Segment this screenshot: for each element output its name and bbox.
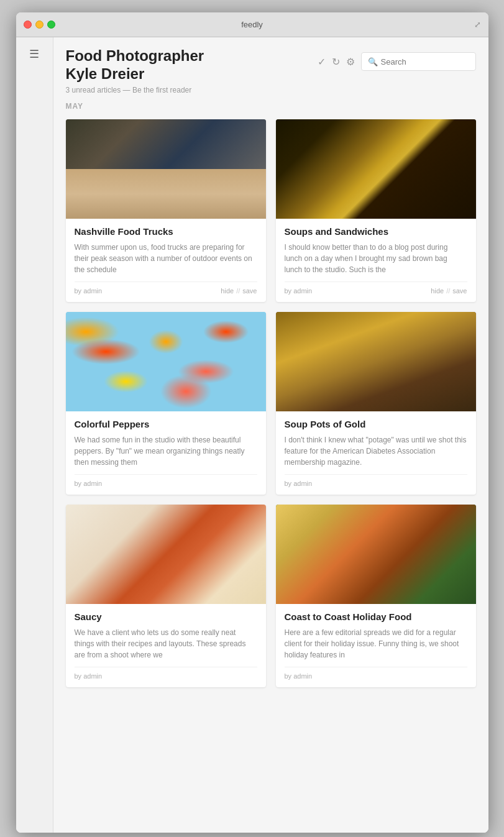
article-excerpt: We had some fun in the studio with these… bbox=[75, 434, 257, 468]
article-image-peppers bbox=[66, 312, 266, 411]
article-body: Colorful Peppers We had some fun in the … bbox=[66, 411, 266, 495]
search-input[interactable] bbox=[381, 57, 469, 66]
check-icon[interactable]: ✓ bbox=[318, 56, 326, 68]
article-image-saucy bbox=[66, 505, 266, 604]
save-button[interactable]: save bbox=[242, 287, 257, 295]
page-subtitle: 3 unread articles — Be the first reader bbox=[66, 86, 318, 94]
expand-icon[interactable]: ⤢ bbox=[474, 20, 481, 29]
title-area: Food Photographer Kyle Dreier 3 unread a… bbox=[66, 47, 318, 94]
article-image-soups bbox=[276, 119, 476, 219]
article-author: by admin bbox=[285, 287, 313, 295]
gear-icon[interactable]: ⚙ bbox=[346, 56, 355, 68]
articles-grid: Nashville Food Trucks With summer upon u… bbox=[66, 119, 476, 687]
article-excerpt: We have a client who lets us do some rea… bbox=[75, 627, 257, 661]
article-footer: by admin hide // save bbox=[285, 281, 467, 295]
search-bar[interactable]: 🔍 bbox=[361, 52, 476, 71]
app-window: feedly ⤢ ☰ Food Photographer Kyle Dreier… bbox=[16, 12, 488, 833]
article-title: Colorful Peppers bbox=[75, 419, 257, 429]
section-month: MAY bbox=[66, 102, 476, 111]
article-body: Soup Pots of Gold I don't think I knew w… bbox=[276, 411, 476, 495]
menu-icon[interactable]: ☰ bbox=[29, 47, 39, 61]
titlebar: feedly ⤢ bbox=[16, 12, 488, 37]
article-footer: by admin bbox=[75, 474, 257, 487]
article-footer: by admin hide // save bbox=[75, 281, 257, 295]
article-excerpt: Here are a few editorial spreads we did … bbox=[285, 627, 467, 661]
article-actions: hide // save bbox=[221, 287, 257, 295]
article-image-coast bbox=[276, 505, 476, 604]
traffic-lights bbox=[24, 21, 55, 29]
article-excerpt: I don't think I knew what "potage" was u… bbox=[285, 434, 467, 468]
header-actions: ✓ ↻ ⚙ 🔍 bbox=[318, 52, 476, 71]
minimize-button[interactable] bbox=[35, 21, 44, 29]
article-actions: hide // save bbox=[431, 287, 467, 295]
article-image-nashville bbox=[66, 119, 266, 219]
article-card-saucy: Saucy We have a client who lets us do so… bbox=[66, 505, 266, 687]
article-body: Soups and Sandwiches I should know bette… bbox=[276, 219, 476, 302]
article-excerpt: With summer upon us, food trucks are pre… bbox=[75, 242, 257, 275]
article-image-soupgold bbox=[276, 312, 476, 411]
article-card-coast: Coast to Coast Holiday Food Here are a f… bbox=[276, 505, 476, 687]
save-button[interactable]: save bbox=[452, 287, 467, 295]
article-title: Coast to Coast Holiday Food bbox=[285, 611, 467, 622]
close-button[interactable] bbox=[24, 21, 32, 29]
article-author: by admin bbox=[75, 672, 103, 680]
article-title: Soups and Sandwiches bbox=[285, 226, 467, 237]
article-footer: by admin bbox=[285, 667, 467, 680]
refresh-icon[interactable]: ↻ bbox=[332, 56, 340, 68]
article-card-soups: Soups and Sandwiches I should know bette… bbox=[276, 119, 476, 302]
page-title: Food Photographer Kyle Dreier bbox=[66, 47, 318, 83]
action-separator: // bbox=[446, 287, 450, 295]
page-header: Food Photographer Kyle Dreier 3 unread a… bbox=[66, 47, 476, 94]
action-separator: // bbox=[236, 287, 240, 295]
article-card-peppers: Colorful Peppers We had some fun in the … bbox=[66, 312, 266, 495]
search-icon: 🔍 bbox=[368, 57, 378, 66]
article-footer: by admin bbox=[285, 474, 467, 487]
article-card-soupgold: Soup Pots of Gold I don't think I knew w… bbox=[276, 312, 476, 495]
article-title: Saucy bbox=[75, 611, 257, 622]
app-body: ☰ Food Photographer Kyle Dreier 3 unread… bbox=[16, 37, 488, 833]
article-author: by admin bbox=[285, 480, 313, 487]
article-footer: by admin bbox=[75, 667, 257, 680]
article-author: by admin bbox=[285, 672, 313, 680]
window-title: feedly bbox=[241, 20, 263, 29]
article-title: Nashville Food Trucks bbox=[75, 226, 257, 237]
article-excerpt: I should know better than to do a blog p… bbox=[285, 242, 467, 275]
article-body: Saucy We have a client who lets us do so… bbox=[66, 604, 266, 687]
fullscreen-button[interactable] bbox=[47, 21, 55, 29]
article-title: Soup Pots of Gold bbox=[285, 419, 467, 429]
hide-button[interactable]: hide bbox=[431, 287, 444, 295]
article-card-nashville: Nashville Food Trucks With summer upon u… bbox=[66, 119, 266, 302]
main-content: Food Photographer Kyle Dreier 3 unread a… bbox=[53, 37, 488, 833]
article-author: by admin bbox=[75, 480, 103, 487]
sidebar: ☰ bbox=[16, 37, 53, 833]
hide-button[interactable]: hide bbox=[221, 287, 234, 295]
article-body: Coast to Coast Holiday Food Here are a f… bbox=[276, 604, 476, 687]
article-body: Nashville Food Trucks With summer upon u… bbox=[66, 219, 266, 302]
article-author: by admin bbox=[75, 287, 103, 295]
